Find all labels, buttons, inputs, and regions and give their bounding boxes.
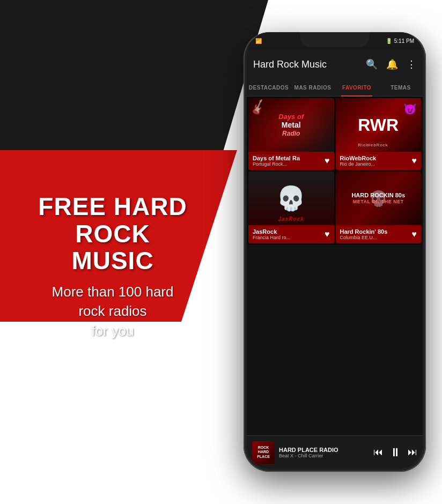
card-name-jas: JasRock: [253, 228, 321, 235]
app-header: Hard Rock Music 🔍 🔔 ⋮: [247, 49, 423, 79]
subtext-line1: More than 100 hard: [52, 284, 174, 300]
radio-card-metal[interactable]: 🎸 Days of Metal Radio Days of Metal Ra P…: [248, 98, 334, 170]
card-desc-jas: Francia Hard ro...: [253, 235, 321, 240]
card-text-80s: Hard Rockin' 80s Columbia EE.U...: [340, 228, 409, 240]
card-info-80s: Hard Rockin' 80s Columbia EE.U... ♥: [336, 225, 422, 243]
thumb-rio: 😈 RWR RioWebRock: [336, 98, 422, 152]
subtext-line2: rock radios: [78, 303, 146, 319]
card-desc-metal: Portugal Rock...: [253, 161, 321, 167]
skull-icon: 💀: [276, 187, 306, 210]
jasrock-label: JasRock: [278, 216, 304, 222]
card-text-jas: JasRock Francia Hard ro...: [253, 228, 321, 240]
thumb-80s: 💀 HARD ROCKIN 80s METAL ON THE NET: [336, 172, 422, 225]
battery-icon: 🔋: [386, 38, 392, 44]
forward-button[interactable]: ⏭: [408, 447, 417, 458]
np-station-name: HARD PLACE RADIO: [279, 447, 369, 453]
card-name-metal: Days of Metal Ra: [253, 155, 321, 161]
pause-button[interactable]: ⏸: [389, 446, 401, 459]
now-playing-bar: ROCK HARD PLACE HARD PLACE RADIO Beat X …: [247, 435, 423, 469]
radio-card-rio[interactable]: 😈 RWR RioWebRock RioWebRock Rio de Janei…: [336, 98, 422, 170]
radio-card-80s[interactable]: 💀 HARD ROCKIN 80s METAL ON THE NET Hard …: [336, 172, 422, 243]
headline-line1: FREE HARD ROCK: [38, 192, 187, 248]
devil-icon: 😈: [403, 102, 417, 115]
status-time: 5:11 PM: [394, 38, 414, 44]
phone-notch: [300, 32, 370, 47]
headline-line2: MUSIC: [71, 247, 153, 275]
card-info-rio: RioWebRock Rio de Janeiro... ♥: [336, 152, 422, 170]
more-icon[interactable]: ⋮: [407, 58, 416, 70]
tab-favorito[interactable]: FAVORITO: [335, 79, 379, 96]
rewind-button[interactable]: ⏮: [373, 447, 383, 458]
tab-mas-radios[interactable]: MAS RADIOS: [291, 79, 335, 96]
hard80-text: HARD ROCKIN 80s METAL ON THE NET: [351, 192, 405, 205]
np-thumbnail: ROCK HARD PLACE: [252, 441, 275, 464]
rwr-text: RWR: [358, 116, 399, 134]
signal-icon: 📶: [255, 38, 262, 44]
card-info-metal: Days of Metal Ra Portugal Rock... ♥: [248, 152, 334, 170]
rwr-branding: RWR RioWebRock: [358, 116, 399, 134]
promo-subtext: More than 100 hard rock radios for you: [11, 282, 215, 340]
phone-screen: 📶 🔋 5:11 PM Hard Rock Music 🔍 🔔 ⋮ DESTAC…: [247, 32, 423, 469]
tabs-bar: DESTACADOS MAS RADIOS FAVORITO TEMAS: [247, 79, 423, 97]
search-icon[interactable]: 🔍: [366, 58, 378, 70]
favorite-80s-button[interactable]: ♥: [412, 229, 417, 239]
favorite-metal-button[interactable]: ♥: [325, 156, 330, 166]
promo-section: FREE HARD ROCK MUSIC More than 100 hard …: [11, 193, 215, 340]
favorite-jas-button[interactable]: ♥: [325, 229, 330, 239]
card-desc-rio: Rio de Janeiro...: [340, 161, 409, 167]
tab-temas[interactable]: TEMAS: [379, 79, 423, 96]
subtext-line3: for you: [91, 323, 134, 339]
card-info-jas: JasRock Francia Hard ro... ♥: [248, 225, 334, 243]
card-name-rio: RioWebRock: [340, 155, 409, 161]
card-desc-80s: Columbia EE.U...: [340, 235, 409, 240]
guitar-icon: 🎸: [249, 99, 267, 117]
card-text-rio: RioWebRock Rio de Janeiro...: [340, 155, 409, 167]
header-icons: 🔍 🔔 ⋮: [366, 58, 416, 70]
np-info: HARD PLACE RADIO Beat X - Chill Carrier: [279, 447, 369, 458]
status-left-icons: 📶: [255, 38, 262, 44]
thumb-metal: 🎸 Days of Metal Radio: [248, 98, 334, 152]
tab-destacados[interactable]: DESTACADOS: [247, 79, 291, 96]
radio-card-jas[interactable]: 💀 JasRock JasRock Francia Hard ro... ♥: [248, 172, 334, 243]
rwr-sub: RioWebRock: [358, 143, 388, 147]
phone-shell: 📶 🔋 5:11 PM Hard Rock Music 🔍 🔔 ⋮ DESTAC…: [244, 32, 426, 472]
card-text-metal: Days of Metal Ra Portugal Rock...: [253, 155, 321, 167]
metal-label: Days of Metal Radio: [278, 113, 304, 138]
alarm-icon[interactable]: 🔔: [386, 58, 398, 70]
favorite-rio-button[interactable]: ♥: [412, 156, 417, 166]
card-name-80s: Hard Rockin' 80s: [340, 228, 409, 235]
np-track-name: Beat X - Chill Carrier: [279, 453, 369, 458]
status-right: 🔋 5:11 PM: [386, 38, 414, 44]
np-controls: ⏮ ⏸ ⏭: [373, 446, 417, 459]
thumb-jas: 💀 JasRock: [248, 172, 334, 225]
promo-headline: FREE HARD ROCK MUSIC: [11, 193, 215, 275]
phone-mockup: 📶 🔋 5:11 PM Hard Rock Music 🔍 🔔 ⋮ DESTAC…: [244, 32, 426, 472]
app-title: Hard Rock Music: [253, 59, 327, 70]
radio-grid: 🎸 Days of Metal Radio Days of Metal Ra P…: [247, 97, 423, 245]
